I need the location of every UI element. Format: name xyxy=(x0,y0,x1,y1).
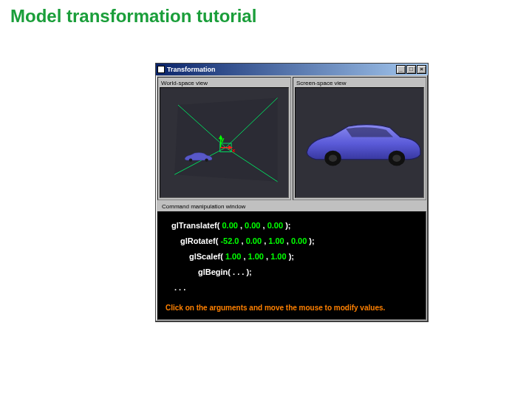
rotate-arg-angle[interactable]: -52.0 xyxy=(220,236,239,245)
close-paren: ); xyxy=(309,236,314,245)
world-space-label: World-space view xyxy=(160,79,289,87)
rotate-arg-z[interactable]: 0.00 xyxy=(291,236,307,245)
minimize-button[interactable]: _ xyxy=(396,65,406,74)
begin-args: . . . xyxy=(233,267,246,276)
axis-y-label: y xyxy=(221,136,224,143)
world-space-panel: World-space view xyxy=(157,77,291,200)
glbegin-line: glBegin( . . . ); xyxy=(166,265,418,280)
axis-x-label: x xyxy=(232,147,235,154)
screen-space-viewport[interactable] xyxy=(295,87,424,198)
screen-space-panel: Screen-space view xyxy=(293,77,426,200)
glrotate-line: glRotatef( -52.0 , 0.00 , 1.00 , 0.00 ); xyxy=(166,233,418,249)
comma: , xyxy=(266,252,268,261)
command-section-label: Command manipulation window xyxy=(160,202,423,211)
fn-name: glRotatef( xyxy=(180,236,218,245)
titlebar[interactable]: Transformation _ □ × xyxy=(156,64,428,75)
slide-title: Model transformation tutorial xyxy=(0,0,532,33)
frustum-lines-icon xyxy=(160,88,288,197)
window-title: Transformation xyxy=(167,66,216,73)
rotate-arg-y[interactable]: 1.00 xyxy=(268,236,284,245)
svg-point-12 xyxy=(329,154,337,162)
glscale-line: glScalef( 1.00 , 1.00 , 1.00 ); xyxy=(166,249,418,265)
ellipsis-line: . . . xyxy=(166,280,418,296)
app-window: Transformation _ □ × World-space view xyxy=(155,63,429,322)
fn-name: glBegin( xyxy=(198,267,231,276)
close-paren: ); xyxy=(289,252,294,261)
hint-text: Click on the arguments and move the mous… xyxy=(166,301,418,315)
fn-name: glTranslatef( xyxy=(171,221,219,230)
translate-arg-z[interactable]: 0.00 xyxy=(267,221,283,230)
svg-point-10 xyxy=(205,158,208,161)
screen-space-label: Screen-space view xyxy=(295,79,424,87)
ellipsis: . . . xyxy=(174,283,185,292)
comma: , xyxy=(242,236,244,245)
rotate-arg-x[interactable]: 0.00 xyxy=(246,236,262,245)
comma: , xyxy=(263,221,265,230)
scale-arg-z[interactable]: 1.00 xyxy=(270,252,286,261)
fn-name: glScalef( xyxy=(189,252,223,261)
translate-arg-y[interactable]: 0.00 xyxy=(245,221,260,230)
translate-arg-x[interactable]: 0.00 xyxy=(222,221,237,230)
comma: , xyxy=(240,221,242,230)
svg-point-14 xyxy=(392,154,400,162)
world-space-viewport[interactable]: y x xyxy=(160,87,289,198)
comma: , xyxy=(264,236,266,245)
comma: , xyxy=(287,236,289,245)
svg-point-9 xyxy=(189,158,192,161)
comma: , xyxy=(243,252,245,261)
close-button[interactable]: × xyxy=(417,65,426,74)
maximize-button[interactable]: □ xyxy=(406,65,416,74)
car-render-icon xyxy=(301,120,423,168)
close-paren: ); xyxy=(246,267,251,276)
scale-arg-y[interactable]: 1.00 xyxy=(248,252,264,261)
command-panel: glTranslatef( 0.00 , 0.00 , 0.00 ); glRo… xyxy=(157,211,426,320)
scale-arg-x[interactable]: 1.00 xyxy=(225,252,241,261)
close-paren: ); xyxy=(285,221,290,230)
car-model-icon xyxy=(181,151,215,162)
gltranslate-line: glTranslatef( 0.00 , 0.00 , 0.00 ); xyxy=(166,218,418,233)
app-icon xyxy=(157,66,165,73)
